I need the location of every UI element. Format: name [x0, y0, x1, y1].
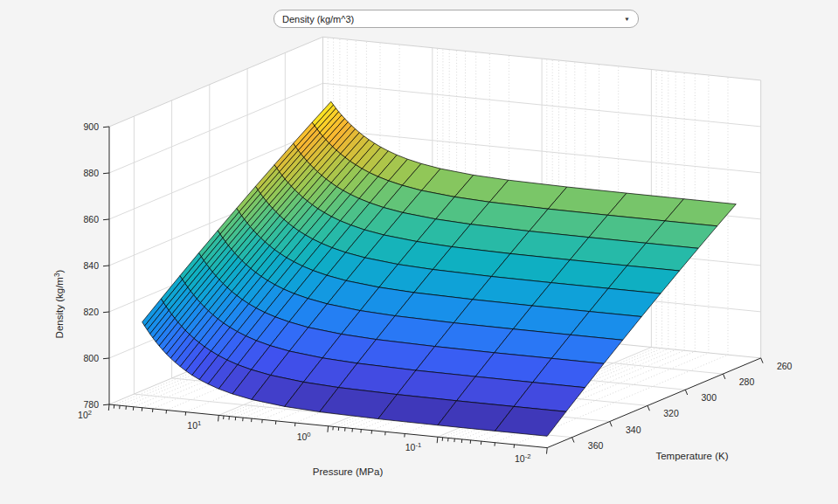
svg-text:320: 320	[663, 408, 679, 418]
svg-text:280: 280	[739, 376, 755, 387]
svg-text:340: 340	[626, 425, 641, 435]
figure-window: 78080082084086088090010210110010-110-236…	[0, 0, 838, 504]
x-axis-label: Pressure (MPa)	[313, 466, 384, 477]
svg-text:360: 360	[588, 440, 604, 451]
z-axis: 780800820840860880900	[83, 121, 109, 410]
property-dropdown[interactable]: Density (kg/m^3) ▼	[274, 10, 639, 28]
svg-text:102: 102	[78, 409, 92, 420]
svg-text:820: 820	[83, 307, 99, 317]
svg-text:300: 300	[702, 392, 717, 403]
z-axis-label: Density (kg/m3)	[53, 269, 65, 338]
svg-text:900: 900	[83, 121, 99, 132]
y-axis-label: Temperature (K)	[655, 451, 728, 461]
svg-text:840: 840	[83, 260, 99, 271]
svg-text:10-2: 10-2	[515, 452, 530, 464]
property-dropdown-value: Density (kg/m^3)	[282, 14, 354, 24]
svg-text:780: 780	[83, 399, 99, 410]
svg-text:860: 860	[83, 214, 99, 224]
surface-plot-canvas[interactable]: 78080082084086088090010210110010-110-236…	[0, 0, 838, 504]
svg-text:10-1: 10-1	[405, 441, 421, 452]
dropdown-caret-icon: ▼	[624, 16, 630, 21]
svg-text:101: 101	[187, 419, 201, 431]
svg-text:100: 100	[297, 431, 311, 442]
svg-text:880: 880	[83, 168, 99, 178]
svg-text:800: 800	[83, 353, 99, 363]
svg-text:260: 260	[777, 361, 793, 371]
